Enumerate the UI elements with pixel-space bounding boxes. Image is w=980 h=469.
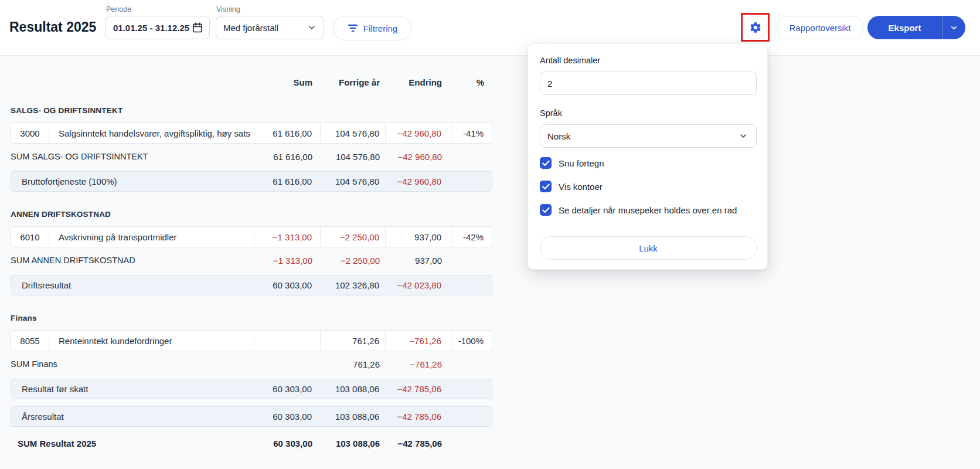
account-number: 8055: [11, 331, 49, 351]
account-name: Salgsinntekt handelsvarer, avgiftsplikti…: [49, 123, 254, 143]
settings-popover: Antall desimaler Språk Norsk Snu fortegn…: [528, 43, 768, 270]
prev-year-value: 103 088,06: [320, 379, 385, 399]
settings-checkbox-row[interactable]: Se detaljer når musepeker holdes over en…: [540, 204, 757, 216]
percent-value: -41%: [452, 123, 492, 143]
change-value: −42 023,80: [385, 276, 452, 295]
percent-value: [452, 149, 492, 164]
section-heading: ANNEN DRIFTSKOSTNAD: [11, 209, 492, 220]
header-bar: Resultat 2025 Periode 01.01.25 - 31.12.2…: [0, 0, 980, 56]
account-name: Renteinntekt kundefordringer: [49, 331, 254, 351]
settings-gear-button[interactable]: [744, 16, 767, 39]
chevron-down-icon: [950, 23, 958, 32]
checkbox-checked-icon[interactable]: [540, 204, 552, 216]
row-label: SUM SALGS- OG DRIFTSINNTEKT: [11, 149, 254, 164]
close-button[interactable]: Lukk: [540, 236, 757, 260]
change-value: −761,26: [385, 331, 452, 351]
content-area: Sum Forrige år Endring % SALGS- OG DRIFT…: [0, 56, 980, 469]
checkbox-checked-icon[interactable]: [540, 181, 552, 192]
account-number: 3000: [11, 123, 49, 143]
percent-value: [452, 172, 492, 191]
checkbox-label: Vis kontoer: [559, 182, 603, 192]
checkbox-checked-icon[interactable]: [540, 157, 552, 169]
settings-checkbox-row[interactable]: Vis kontoer: [540, 181, 757, 192]
prev-year-value: −2 250,00: [321, 253, 386, 268]
percent-value: [452, 356, 492, 372]
checkbox-label: Se detaljer når musepeker holdes over en…: [559, 205, 737, 215]
language-label: Språk: [540, 108, 562, 118]
change-value: −42 960,80: [386, 149, 452, 164]
report-table: Sum Forrige år Endring % SALGS- OG DRIFT…: [11, 56, 492, 451]
settings-checkbox-row[interactable]: Snu fortegn: [540, 157, 757, 169]
prev-year-value: 104 576,80: [320, 172, 385, 191]
chevron-down-icon: [307, 23, 317, 32]
row-label: SUM Resultat 2025: [11, 435, 254, 451]
change-value: −761,26: [386, 356, 452, 372]
total-row: Resultat før skatt60 303,00103 088,06−42…: [11, 379, 492, 399]
percent-value: -42%: [452, 227, 492, 247]
gear-icon: [749, 21, 762, 34]
sum-value: 60 303,00: [254, 407, 320, 426]
row-label: SUM Finans: [11, 356, 254, 372]
total-row: Årsresultat60 303,00103 088,06−42 785,06: [11, 406, 492, 427]
decimals-label: Antall desimaler: [540, 56, 600, 65]
period-value: 01.01.25 - 31.12.25: [113, 23, 189, 33]
row-label: Driftsresultat: [11, 276, 254, 295]
sum-value: 60 303,00: [254, 379, 320, 399]
sum-row: SUM Finans761,26−761,26: [11, 356, 492, 372]
sum-value: [254, 356, 321, 372]
percent-value: [452, 276, 492, 295]
view-value: Med fjorårstall: [223, 23, 278, 33]
percent-value: [452, 379, 492, 399]
chevron-down-icon: [739, 131, 748, 141]
period-input[interactable]: 01.01.25 - 31.12.25: [106, 16, 210, 39]
account-row[interactable]: 3000Salgsinntekt handelsvarer, avgiftspl…: [11, 123, 492, 144]
header-spacer: [11, 76, 48, 88]
sum-value: 60 303,00: [254, 435, 321, 451]
sum-value: 61 616,00: [254, 149, 321, 164]
prev-year-value: 761,26: [321, 356, 386, 372]
change-value: −42 785,06: [385, 407, 452, 426]
export-dropdown-toggle[interactable]: [942, 16, 965, 39]
sum-row: SUM ANNEN DRIFTSKOSTNAD−1 313,00−2 250,0…: [11, 253, 492, 268]
export-button[interactable]: Eksport: [867, 16, 942, 39]
change-value: −42 960,80: [385, 123, 452, 143]
account-number: 6010: [11, 227, 49, 247]
report-overview-button[interactable]: Rapportoversikt: [777, 16, 863, 39]
filter-icon: [348, 23, 358, 33]
prev-year-value: 103 088,06: [320, 407, 385, 426]
language-select[interactable]: Norsk: [540, 124, 757, 148]
percent-value: [452, 407, 492, 426]
prev-year-value: 761,26: [320, 331, 385, 351]
filter-button-label: Filtrering: [363, 23, 397, 33]
view-select[interactable]: Med fjorårstall: [216, 16, 324, 39]
export-button-label: Eksport: [889, 23, 921, 33]
export-split-button[interactable]: Eksport: [867, 16, 965, 39]
percent-value: -100%: [452, 331, 492, 351]
section-heading: SALGS- OG DRIFTSINNTEKT: [11, 106, 492, 116]
account-row[interactable]: 6010Avskrivning på transportmidler−1 313…: [11, 226, 492, 247]
filter-button[interactable]: Filtrering: [333, 16, 412, 40]
checkbox-label: Snu fortegn: [559, 158, 604, 168]
decimals-input[interactable]: [540, 72, 757, 95]
calendar-icon: [192, 22, 203, 33]
period-label: Periode: [106, 5, 131, 13]
settings-options: Snu fortegnVis kontoerSe detaljer når mu…: [540, 157, 757, 227]
report-overview-label: Rapportoversikt: [789, 23, 850, 33]
prev-year-value: 104 576,80: [320, 123, 385, 143]
account-name: Avskrivning på transportmidler: [49, 227, 254, 247]
section-heading: Finans: [11, 313, 492, 324]
prev-year-value: 103 088,06: [321, 435, 386, 451]
row-label: Resultat før skatt: [11, 379, 254, 399]
sum-value: [254, 331, 320, 351]
view-label: Visning: [216, 5, 240, 13]
percent-value: [452, 435, 492, 451]
language-value: Norsk: [547, 131, 570, 141]
row-label: Årsresultat: [11, 407, 254, 426]
header-spacer: [48, 76, 254, 88]
sum-value: 61 616,00: [254, 172, 320, 191]
percent-value: [452, 253, 492, 268]
page-title: Resultat 2025: [9, 19, 96, 35]
column-header-prev-year: Forrige år: [321, 76, 386, 88]
account-row[interactable]: 8055Renteinntekt kundefordringer761,26−7…: [11, 330, 492, 351]
change-value: −42 960,80: [385, 172, 452, 191]
